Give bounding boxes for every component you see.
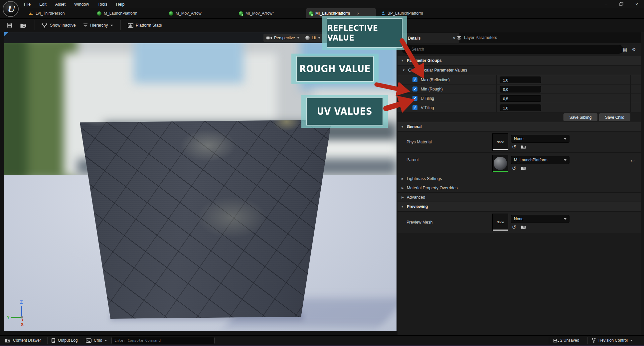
browse-asset-icon[interactable] (521, 144, 526, 150)
window-controls: – × (603, 0, 639, 8)
menu-help[interactable]: Help (116, 2, 125, 7)
menu-file[interactable]: File (24, 2, 31, 7)
details-tab-bar: Details × Layer Parameters (398, 32, 644, 43)
category-previewing[interactable]: ▼ Previewing (398, 202, 644, 212)
save-button[interactable] (5, 21, 15, 30)
preview-mesh-dropdown[interactable]: None (511, 215, 569, 223)
tab-layer-parameters[interactable]: Layer Parameters (452, 32, 501, 43)
platform-stats-label: Platform Stats (136, 23, 162, 28)
phys-material-row: Phys Material None None ↺ (398, 132, 644, 153)
hierarchy-button[interactable]: Hierarchy (81, 21, 115, 30)
settings-gear-icon[interactable]: ⚙ (632, 47, 636, 53)
platform-stats-button[interactable]: Platform Stats (126, 21, 164, 30)
parent-thumbnail[interactable] (492, 155, 508, 172)
checkbox-min-rough[interactable]: ✓ (412, 86, 417, 91)
tab-label: M_Mov_Arrow (176, 11, 201, 16)
chevron-down-icon (630, 340, 633, 341)
value-input-min-rough[interactable]: 0,0 (500, 86, 541, 92)
value-input-u-tiling[interactable]: 0,5 (500, 95, 541, 102)
axis-y-label: Y (7, 315, 10, 320)
tab-details[interactable]: Details × (399, 33, 459, 43)
console-command-input[interactable] (111, 337, 215, 344)
browse-to-asset-button[interactable] (18, 21, 29, 30)
tab-m-mov-arrow[interactable]: M_Mov_Arrow (166, 8, 204, 18)
close-window-button[interactable]: × (634, 2, 639, 7)
preview-mesh-label: Preview Mesh (406, 220, 433, 225)
dropdown-value: M_LaunchPlatform (514, 158, 548, 162)
content-drawer-button[interactable]: Content Drawer (5, 336, 41, 345)
details-scrollbar[interactable] (641, 32, 644, 335)
status-separator (549, 337, 549, 344)
use-selected-icon[interactable]: ↺ (512, 224, 516, 230)
section-material-property-overrides[interactable]: ▶ Material Property Overrides (398, 183, 644, 193)
preview-mesh-row: Preview Mesh None None ↺ (398, 212, 644, 233)
checkbox-max-reflective[interactable]: ✓ (412, 77, 417, 82)
main-menu: File Edit Asset Window Tools Help (24, 2, 124, 7)
unsaved-save-icon: * (553, 338, 558, 343)
minimize-button[interactable]: – (603, 2, 609, 7)
tab-close-icon[interactable]: × (357, 11, 360, 16)
menu-tools[interactable]: Tools (97, 2, 107, 7)
value-input-v-tiling[interactable]: 1,0 (500, 104, 541, 111)
unsaved-label: 2 Unsaved (560, 338, 579, 343)
material-icon (97, 11, 101, 16)
save-child-button[interactable]: Save Child (599, 113, 630, 121)
show-inactive-button[interactable]: Show Inactive (39, 21, 78, 30)
tab-m-launchplatform[interactable]: M_LaunchPlatform (94, 8, 140, 18)
perspective-dropdown[interactable]: Perspective (263, 34, 305, 42)
cmd-dropdown-button[interactable]: Cmd (86, 336, 107, 345)
menu-edit[interactable]: Edit (39, 2, 47, 7)
hierarchy-icon (83, 23, 88, 28)
branch-icon (591, 338, 596, 343)
section-advanced[interactable]: ▶ Advanced (398, 193, 644, 202)
category-general[interactable]: ▼ General (398, 122, 644, 132)
menu-asset[interactable]: Asset (55, 2, 66, 7)
tab-label: MI_Mov_Arrow* (245, 11, 274, 16)
phys-material-thumbnail[interactable]: None (492, 133, 508, 151)
revision-control-button[interactable]: Revision Control (591, 336, 633, 345)
parent-label: Parent (406, 157, 419, 162)
output-log-label: Output Log (58, 338, 78, 343)
advanced-label: Advanced (407, 195, 425, 200)
checkbox-u-tiling[interactable]: ✓ (412, 96, 417, 101)
tab-mi-mov-arrow[interactable]: MI_Mov_Arrow* (236, 8, 276, 18)
callout-text: UV VALUES (306, 97, 383, 125)
category-parameter-groups[interactable]: ▼ Parameter Groups (398, 56, 644, 66)
parent-material-sphere (494, 157, 507, 170)
value-input-max-reflective[interactable]: 1,0 (500, 77, 541, 83)
param-label: V Tiling (421, 105, 434, 110)
search-input[interactable] (402, 45, 623, 54)
display-grid-icon[interactable]: ▦ (622, 47, 627, 53)
glass-sky-left (134, 43, 243, 83)
parent-dropdown[interactable]: M_LaunchPlatform (511, 156, 569, 164)
unsaved-assets-button[interactable]: * 2 Unsaved (553, 336, 579, 345)
preview-mesh-thumbnail[interactable]: None (492, 214, 508, 231)
overrides-label: Material Property Overrides (407, 186, 458, 190)
use-selected-icon[interactable]: ↺ (512, 144, 516, 150)
group-global-scalar-parameters[interactable]: ▼ Global Scalar Parameter Values (398, 66, 644, 75)
section-lightmass-settings[interactable]: ▶ Lightmass Settings (398, 174, 644, 183)
terminal-icon (86, 338, 91, 343)
phys-material-dropdown[interactable]: None (511, 135, 569, 143)
browse-asset-icon[interactable] (521, 166, 526, 171)
save-sibling-button[interactable]: Save Sibling (564, 113, 597, 121)
param-row-max-reflective: ✓ Max (Reflective) 1,0 (398, 75, 644, 85)
use-selected-icon[interactable]: ↺ (512, 165, 516, 171)
reset-to-default-icon[interactable]: ↩ (630, 158, 635, 164)
revision-control-label: Revision Control (598, 338, 628, 343)
output-log-button[interactable]: Output Log (51, 336, 78, 345)
axis-x-label: X (21, 322, 24, 327)
checkbox-v-tiling[interactable]: ✓ (412, 105, 417, 110)
thumbnail-text: None (497, 140, 504, 144)
blueprint-icon (381, 11, 385, 16)
chevron-down-icon (104, 340, 107, 341)
menu-window[interactable]: Window (74, 2, 89, 7)
browse-asset-icon[interactable] (521, 225, 526, 230)
chevron-down-icon (297, 37, 300, 39)
unreal-logo-icon[interactable]: U (3, 1, 19, 17)
restore-icon (619, 2, 623, 6)
tab-lvl-thirdperson[interactable]: Lvl_ThirdPerson (26, 8, 67, 18)
restore-button[interactable] (619, 2, 624, 7)
layers-icon (456, 35, 462, 40)
expand-down-icon: ▼ (402, 69, 405, 72)
